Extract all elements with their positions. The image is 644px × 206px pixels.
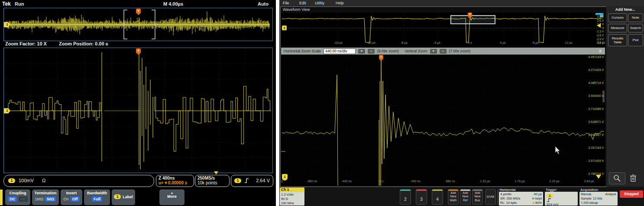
- channel-4-label: 4: [432, 197, 443, 202]
- horizontal-zoom-plus-button[interactable]: +: [358, 49, 365, 54]
- termination-1m-option[interactable]: 1MΩ: [35, 196, 43, 202]
- menu-invert[interactable]: Invert On Off: [61, 190, 82, 205]
- menu-more-title: More: [159, 194, 184, 199]
- acquisition-badge[interactable]: Manual, Analyze Sample: 12 bits 7.293 kA…: [579, 192, 618, 206]
- add-new-ref-label: Add New Ref: [460, 191, 470, 202]
- trigger-position-marker[interactable]: T: [379, 55, 383, 59]
- zoom-selection-box[interactable]: [450, 15, 495, 24]
- zoom-readout-bar: Zoom Factor: 10 X Zoom Position: 0.00 s: [3, 41, 273, 47]
- delete-button[interactable]: [627, 172, 639, 183]
- trigger-badge[interactable]: 1 624 mV: [545, 192, 578, 206]
- horizontal-badge[interactable]: 4 µs/div 40 µs SR: 250 MS/s 4 ns/pt RL: …: [499, 192, 543, 206]
- termination-50-option[interactable]: 50Ω: [45, 196, 56, 202]
- channel-1-scale: 1.3 V/div: [281, 193, 304, 197]
- dvm-button[interactable]: DVM: [485, 189, 496, 205]
- trigger-badge-title: Trigger: [546, 188, 557, 192]
- acquisition-badge-title: Acquisition: [580, 188, 598, 192]
- menu-edit[interactable]: Edit: [299, 1, 306, 5]
- add-new-math-label: Add New Math: [448, 191, 458, 202]
- trigger-source-badge: 1: [547, 194, 553, 198]
- menu-more[interactable]: ▲ More: [159, 190, 184, 205]
- channel-3-button[interactable]: 3: [416, 189, 427, 205]
- horizontal-zoom-minus-button[interactable]: −: [368, 49, 375, 54]
- left-oscilloscope-screen: Tek Run M 4.00µs Auto T 1 Zoom Factor: 1…: [0, 0, 276, 206]
- menu-file[interactable]: File: [283, 1, 289, 5]
- channel-1-badge[interactable]: 1: [282, 26, 287, 30]
- trigger-position-marker[interactable]: T: [468, 13, 472, 17]
- add-new-ref-button[interactable]: Add New Ref: [460, 189, 471, 205]
- label-channel-badge: 1: [114, 194, 121, 199]
- trigger-position-marker[interactable]: T: [136, 48, 141, 53]
- invert-off-option[interactable]: Off: [71, 196, 80, 202]
- run-stop-status-button[interactable]: Stopped: [620, 190, 643, 198]
- dual-oscilloscope-screenshot: Tek Run M 4.00µs Auto T 1 Zoom Factor: 1…: [0, 0, 644, 206]
- trigger-readout-box: 1 2.64 V: [231, 175, 273, 187]
- menu-termination[interactable]: Termination 1MΩ 50Ω: [32, 190, 59, 205]
- vertical-zoom-label: Vertical Zoom: [405, 49, 427, 53]
- menu-bandwidth[interactable]: Bandwidth Full: [84, 190, 110, 205]
- horizontal-zoom-factor: (9.09x zoom): [377, 49, 399, 53]
- menu-label[interactable]: 1 Label: [112, 190, 135, 205]
- menu-bandwidth-title: Bandwidth: [84, 190, 110, 195]
- add-new-bus-button[interactable]: Add New Bus: [472, 189, 483, 205]
- add-new-bus-label: Add New Bus: [472, 191, 482, 202]
- channel-1-offscreen-marker[interactable]: 1: [282, 174, 288, 180]
- math-color-stripe: [448, 190, 458, 191]
- vertical-zoom-plus-button[interactable]: +: [430, 49, 437, 54]
- zoom-position-readout: Zoom Position: 0.00 s: [59, 41, 108, 46]
- overview-waveform: [281, 13, 605, 47]
- zoom-mode-button[interactable]: [609, 172, 625, 184]
- add-new-math-button[interactable]: Add New Math: [448, 189, 459, 205]
- channel-2-label: 2: [400, 197, 411, 202]
- menu-help[interactable]: Help: [336, 1, 344, 5]
- tek-logo: Tek: [2, 1, 11, 7]
- mouse-cursor: [555, 146, 561, 154]
- vertical-scale-readout: 100mV: [19, 178, 34, 183]
- channel-3-color-stripe: [416, 190, 427, 191]
- record-length-readout: 10k points: [195, 180, 229, 185]
- invert-on-option[interactable]: On: [63, 196, 68, 202]
- application-menu-bar: File Edit Utility Help: [279, 0, 644, 6]
- horizontal-scale: 4 µs/div: [500, 192, 511, 196]
- channel-2-button[interactable]: 2: [400, 189, 411, 205]
- left-overview-waveform-area[interactable]: T 1: [3, 8, 273, 41]
- plot-button[interactable]: Plot: [628, 34, 643, 46]
- cursors-button[interactable]: Cursors: [608, 13, 627, 22]
- zoom-waveform-area[interactable]: T 1 ••• 4.457143 V4.271429 V4.085714 V3.…: [281, 55, 605, 186]
- measure-button[interactable]: Measure: [608, 24, 627, 32]
- horizontal-position: 50%: [535, 201, 542, 205]
- trigger-position-marker[interactable]: T: [136, 9, 141, 13]
- results-table-button[interactable]: Results Table: [608, 34, 627, 46]
- bandwidth-full-option[interactable]: Full: [92, 196, 102, 202]
- sample-rate-readout-box: 250MS/s 10k points: [195, 175, 230, 187]
- horizontal-resolution: 4 ns/pt: [532, 196, 542, 201]
- coupling-ac-option[interactable]: AC: [19, 196, 28, 202]
- channel-4-button[interactable]: 4: [432, 189, 443, 205]
- magnifier-icon: [613, 174, 621, 183]
- panel-scroll-handle[interactable]: •••: [602, 90, 605, 103]
- more-up-arrow-icon: ▲: [159, 190, 184, 194]
- trash-icon: [630, 174, 637, 182]
- channel-2-color-stripe: [400, 190, 411, 191]
- channel-1-name: Ch 1: [280, 187, 304, 192]
- vertical-zoom-minus-button[interactable]: −: [440, 49, 447, 54]
- coupling-dc-option[interactable]: DC: [8, 196, 17, 202]
- trigger-level-arrow[interactable]: [597, 23, 601, 28]
- menu-utility[interactable]: Utility: [315, 1, 324, 5]
- zoom-close-button[interactable]: X: [599, 49, 602, 53]
- bus-color-stripe: [472, 190, 482, 191]
- menu-coupling[interactable]: Coupling DC AC: [5, 190, 30, 205]
- channel-1-badge-panel[interactable]: Ch 1 1.3 V/div 50 Ω 200 MHz: [280, 187, 304, 206]
- left-zoom-waveform-area[interactable]: T 1: [3, 48, 273, 173]
- search-button[interactable]: Search: [628, 24, 643, 32]
- overview-waveform-area[interactable]: T 1 -16 µs-12 µs-8 µs-4 µs0 s4 µs8 µs12 …: [281, 13, 605, 47]
- zoom-toolbar: Horizontal Zoom Scale 440.00 ns/div + − …: [281, 48, 605, 55]
- horizontal-zoom-scale-input[interactable]: 440.00 ns/div: [324, 48, 356, 54]
- bottom-control-bar: Ch 1 1.3 V/div 50 Ω 200 MHz 2 3 4: [279, 187, 644, 206]
- channel-3-label: 3: [416, 197, 427, 202]
- note-button[interactable]: Note: [628, 13, 643, 22]
- horizontal-badge-title: Horizontal: [500, 188, 516, 192]
- channel-1-badge: 1: [8, 178, 15, 183]
- trigger-level-offscreen-arrow: [596, 175, 601, 179]
- rising-edge-icon: [547, 198, 551, 203]
